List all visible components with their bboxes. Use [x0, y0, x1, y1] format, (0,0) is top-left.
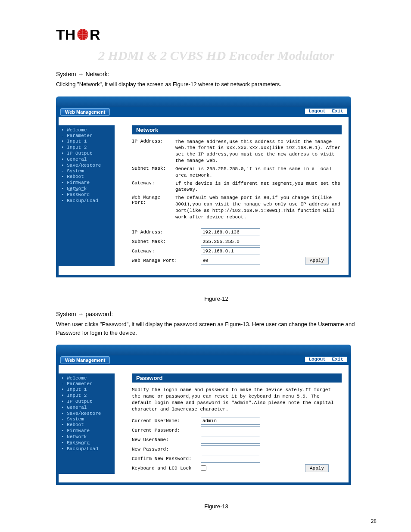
sidebar-item-input1[interactable]: Input 1 [61, 386, 112, 392]
sidebar-item-welcome[interactable]: Welcome [61, 375, 112, 381]
figure13-caption: Figure-13 [56, 502, 377, 511]
sidebar-item-backup-load[interactable]: Backup/Load [61, 446, 112, 452]
form-label-gateway: Gateway: [132, 249, 201, 254]
sidebar-item-password[interactable]: Password [61, 192, 112, 198]
sidebar-item-general[interactable]: General [61, 404, 112, 411]
svg-text:TH: TH [56, 26, 75, 43]
form-label-confirm-pw: Confirm New Password: [132, 456, 201, 461]
web-panel-password: Web Management Logout Exit Welcome Param… [56, 345, 351, 485]
form-label-new-user: New UserName: [132, 437, 201, 442]
sidebar-item-network[interactable]: Network [61, 434, 112, 440]
password-heading: System → password: [56, 311, 377, 317]
form-label-lock: Keyboard and LCD Lock [132, 466, 201, 471]
keyboard-lcd-lock-checkbox[interactable] [201, 465, 206, 471]
sidebar-item-general[interactable]: General [61, 156, 112, 162]
password-desc: Modify the login name and password to ma… [132, 387, 342, 412]
label-subnet-mask: Subnet Mask: [132, 166, 175, 171]
form-label-ip: IP Address: [132, 230, 201, 235]
desc-subnet-mask: General is 255.255.255.0,it is must the … [175, 166, 342, 179]
form-label-current-pw: Current Password: [132, 428, 201, 433]
label-ip-address: IP Address: [132, 139, 175, 144]
sidebar-item-input2[interactable]: Input 2 [61, 392, 112, 398]
sidebar-item-save-restore[interactable]: Save/Restore [61, 162, 112, 168]
page-number: 28 [56, 518, 377, 524]
sidebar-item-reboot[interactable]: Reboot [61, 174, 112, 180]
logo: TH R [56, 26, 377, 44]
svg-text:R: R [90, 26, 100, 43]
label-port: Web Manage Port: [132, 195, 175, 205]
current-username-field[interactable] [201, 417, 260, 425]
sidebar-group-system: System [61, 168, 112, 174]
desc-gateway: If the device is in different net segmen… [175, 180, 342, 193]
form-label-mask: Subnet Mask: [132, 239, 201, 244]
sidebar-item-backup-load[interactable]: Backup/Load [61, 198, 112, 204]
subnet-mask-field[interactable] [201, 238, 260, 246]
web-panel-network: Web Management Logout Exit Welcome Param… [56, 96, 351, 277]
sidebar-item-firmware[interactable]: Firmware [61, 428, 112, 434]
sidebar-group-parameter: Parameter [61, 133, 112, 138]
web-management-badge: Web Management [60, 108, 110, 116]
sidebar: Welcome Parameter Input 1 Input 2 IP Out… [59, 125, 115, 266]
confirm-password-field[interactable] [201, 455, 260, 463]
content-password: Password Modify the login name and passw… [115, 373, 342, 473]
exit-link[interactable]: Exit [330, 109, 345, 114]
apply-button[interactable]: Apply [305, 257, 329, 264]
apply-button[interactable]: Apply [305, 464, 329, 472]
sidebar-item-save-restore[interactable]: Save/Restore [61, 411, 112, 417]
section-title-network: Network [132, 125, 342, 134]
sidebar-item-network[interactable]: Network [61, 186, 112, 192]
desc-port: The default web manage port is 80,if you… [175, 195, 342, 220]
exit-link[interactable]: Exit [330, 357, 345, 362]
sidebar-item-input2[interactable]: Input 2 [61, 144, 112, 150]
new-password-field[interactable] [201, 445, 260, 453]
ip-address-field[interactable] [201, 228, 260, 236]
network-intro: Clicking "Network", it will display the … [56, 80, 377, 89]
doc-title: 2 HDMI & 2 CVBS HD Encoder Modulator [56, 48, 377, 63]
desc-ip-address: The manage address,use this address to v… [175, 139, 342, 164]
sidebar-item-ip-output[interactable]: IP Output [61, 398, 112, 404]
sidebar-item-firmware[interactable]: Firmware [61, 180, 112, 186]
logout-link[interactable]: Logout [307, 109, 327, 114]
web-management-badge: Web Management [60, 356, 110, 364]
form-label-current-user: Current UserName: [132, 418, 201, 423]
section-title-password: Password [132, 373, 342, 383]
sidebar: Welcome Parameter Input 1 Input 2 IP Out… [59, 373, 115, 473]
label-gateway: Gateway: [132, 180, 175, 186]
gateway-field[interactable] [201, 247, 260, 255]
sidebar-group-system: System [61, 417, 112, 422]
form-label-new-pw: New Password: [132, 447, 201, 452]
sidebar-item-reboot[interactable]: Reboot [61, 422, 112, 428]
sidebar-item-ip-output[interactable]: IP Output [61, 150, 112, 156]
sidebar-item-input1[interactable]: Input 1 [61, 138, 112, 144]
new-username-field[interactable] [201, 436, 260, 444]
sidebar-group-parameter: Parameter [61, 381, 112, 386]
form-label-port: Web Manage Port: [132, 258, 201, 263]
network-heading: System → Network: [56, 71, 377, 78]
sidebar-item-password[interactable]: Password [61, 440, 112, 446]
logout-link[interactable]: Logout [307, 357, 327, 362]
web-port-field[interactable] [201, 257, 260, 264]
current-password-field[interactable] [201, 426, 260, 434]
content-network: Network IP Address: The manage address,u… [115, 125, 342, 266]
figure12-caption: Figure-12 [56, 295, 377, 303]
password-intro: When user clicks "Password", it will dis… [56, 320, 377, 337]
sidebar-item-welcome[interactable]: Welcome [61, 127, 112, 133]
